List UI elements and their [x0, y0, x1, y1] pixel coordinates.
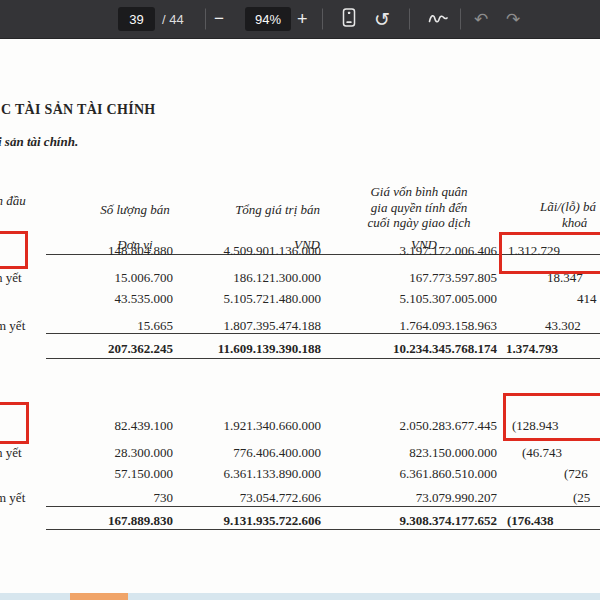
horizontal-scrollbar-track[interactable]: [0, 593, 600, 600]
annotation-box-left-1: [0, 231, 28, 269]
column-header-total-sale-value: Tổng giá trị bán: [228, 202, 320, 218]
page-fit-icon: [341, 8, 357, 31]
section-title: C TÀI SẢN TÀI CHÍNH: [1, 102, 156, 118]
column-header-opening: in đầu: [0, 193, 26, 209]
toolbar-divider: [409, 9, 410, 30]
table-row: n yết 28.300.000776.406.400.000823.150.0…: [0, 445, 600, 461]
annotation-box-right-1: [499, 232, 600, 274]
draw-ink-button[interactable]: [427, 10, 449, 29]
pdf-viewer-window: 39 / 44 − 94% + ↺ ↶ ↷ C TÀI SẢN TÀI CHÍN…: [0, 0, 600, 600]
pdf-toolbar: 39 / 44 − 94% + ↺ ↶ ↷: [0, 0, 600, 39]
toolbar-divider: [205, 9, 206, 30]
column-header-quantity-sold: Số lượng bán: [80, 202, 190, 218]
rotate-counterclockwise-icon: ↺: [374, 9, 390, 30]
table-rule: [46, 529, 600, 530]
table-rule: [46, 333, 600, 334]
draw-ink-icon: [427, 10, 449, 29]
annotation-box-left-2: [0, 402, 29, 444]
column-header-gain-loss: Lãi/(lỗ) bá: [540, 199, 596, 215]
table-total-row: 167.889.8309.131.935.722.6069.308.374.17…: [0, 513, 600, 529]
page-count-label: / 44: [162, 12, 184, 27]
table-rule: [46, 358, 600, 359]
page-fit-button[interactable]: [341, 8, 357, 31]
table-row: m yết 15.6651.807.395.474.1881.764.093.1…: [0, 318, 600, 334]
rotate-button[interactable]: ↺: [374, 10, 390, 29]
toolbar-divider: [322, 9, 323, 30]
pdf-page: C TÀI SẢN TÀI CHÍNH i sản tài chính. in …: [0, 38, 600, 593]
redo-button[interactable]: ↷: [506, 9, 520, 30]
page-number-input[interactable]: 39: [118, 7, 155, 31]
column-header-gain-loss-line2: khoả: [562, 215, 587, 231]
horizontal-scrollbar-thumb[interactable]: [70, 593, 128, 600]
undo-button[interactable]: ↶: [474, 9, 488, 30]
zoom-out-button[interactable]: −: [214, 9, 224, 29]
table-rule: [46, 506, 600, 507]
annotation-box-right-2: [503, 393, 600, 441]
table-row: ế 57.150.0006.361.133.890.0006.361.860.5…: [0, 466, 600, 482]
zoom-in-button[interactable]: +: [297, 9, 308, 30]
table-row: m yết 73073.054.772.60673.079.990.207(25: [0, 490, 600, 506]
redo-icon: ↷: [506, 10, 520, 29]
zoom-level-input[interactable]: 94%: [245, 7, 291, 31]
section-subtitle: i sản tài chính.: [0, 134, 78, 150]
table-total-row: 207.362.24511.609.139.390.18810.234.345.…: [0, 341, 600, 357]
column-header-weighted-avg-cost: Giá vốn bình quân gia quyền tính đến cuố…: [340, 184, 498, 231]
undo-icon: ↶: [474, 10, 488, 29]
toolbar-divider: [460, 9, 461, 30]
table-row: 43.535.0005.105.721.480.0005.105.307.005…: [0, 291, 600, 307]
